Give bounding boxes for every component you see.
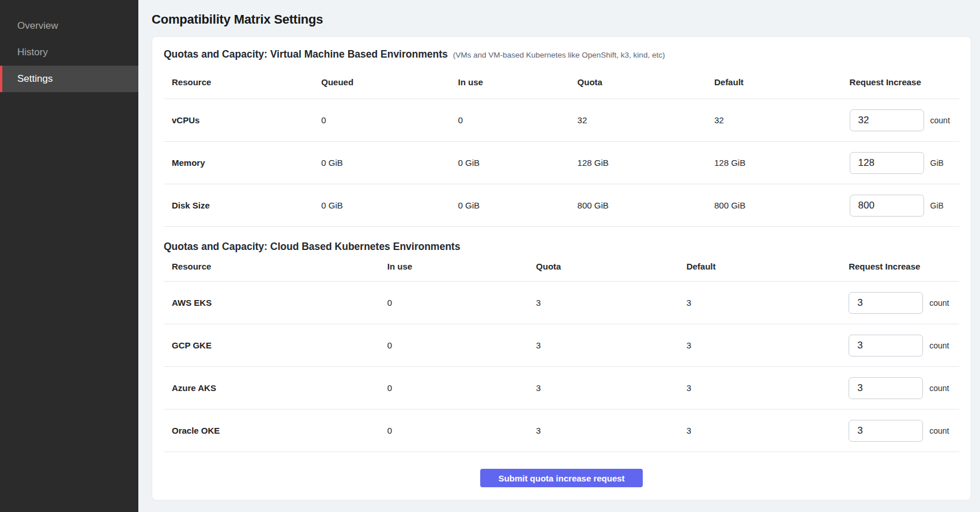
cell-default: 3 [687,282,849,324]
request-increase-cell: count [849,409,959,452]
column-header-request-increase: Request Increase [850,61,959,99]
cell-quota: 3 [536,282,687,324]
resource-name: vCPUs [164,99,321,142]
table-row-disk-size: Disk Size0 GiB0 GiB800 GiB800 GiBGiB [164,184,959,227]
cell-quota: 3 [536,324,687,367]
cell-quota: 3 [536,367,687,409]
page-title: Compatibility Matrix Settings [152,12,971,27]
section-cloud-kubernetes: Quotas and Capacity: Cloud Based Kuberne… [164,240,959,452]
section-header: Quotas and Capacity: Virtual Machine Bas… [164,47,959,61]
cell-queued: 0 GiB [321,184,458,227]
section-title: Quotas and Capacity: Virtual Machine Bas… [164,47,448,61]
cell-quota: 3 [536,409,687,452]
column-header-in-use: In use [387,253,536,282]
main-content: Compatibility Matrix Settings Quotas and… [138,12,980,500]
column-header-quota: Quota [536,253,687,282]
table-row-gcp-gke: GCP GKE033count [164,324,959,367]
cell-default: 32 [714,99,850,142]
column-header-quota: Quota [578,61,714,99]
cell-in-use: 0 [387,282,536,324]
request-increase-input-memory[interactable] [850,152,924,174]
table-header-row: ResourceIn useQuotaDefaultRequest Increa… [164,253,959,282]
table-header-row: ResourceQueuedIn useQuotaDefaultRequest … [164,61,959,99]
cell-quota: 800 GiB [578,184,714,227]
table-row-oracle-oke: Oracle OKE033count [164,409,959,452]
request-increase-group: GiB [850,195,959,217]
cell-in-use: 0 [458,99,578,142]
column-header-default: Default [687,253,849,282]
actions-bar: Submit quota increase request [164,452,959,487]
request-increase-group: count [849,292,959,314]
sidebar-item-settings[interactable]: Settings [0,66,138,92]
table-row-aws-eks: AWS EKS033count [164,282,959,324]
unit-label: count [929,426,949,435]
request-increase-input-vcpus[interactable] [850,109,924,131]
unit-label: GiB [930,158,944,168]
cell-default: 3 [687,367,849,409]
cell-default: 800 GiB [714,184,850,227]
settings-card: Quotas and Capacity: Virtual Machine Bas… [152,36,971,500]
request-increase-group: GiB [850,152,959,174]
column-header-request-increase: Request Increase [849,253,959,282]
column-header-resource: Resource [164,61,321,99]
cell-in-use: 0 GiB [458,142,578,184]
request-increase-cell: GiB [850,184,959,227]
unit-label: count [929,298,949,308]
resource-name: Memory [164,142,321,184]
section-header: Quotas and Capacity: Cloud Based Kuberne… [164,240,959,253]
unit-label: count [929,384,949,393]
sidebar-item-overview[interactable]: Overview [0,13,138,39]
request-increase-cell: count [850,99,959,142]
section-title: Quotas and Capacity: Cloud Based Kuberne… [164,240,460,253]
unit-label: count [930,116,950,125]
column-header-default: Default [714,61,850,99]
submit-quota-increase-button[interactable]: Submit quota increase request [480,469,642,487]
request-increase-group: count [849,335,959,356]
cell-in-use: 0 [387,367,536,409]
section-subtitle: (VMs and VM-based Kubernetes like OpenSh… [453,51,665,59]
request-increase-cell: count [849,324,959,367]
sidebar: OverviewHistorySettings [0,0,138,512]
cell-in-use: 0 GiB [458,184,578,227]
request-increase-input-gcp-gke[interactable] [849,335,923,356]
resource-name: AWS EKS [164,282,387,324]
column-header-resource: Resource [164,253,387,282]
cell-quota: 128 GiB [578,142,714,184]
vm-quota-table: ResourceQueuedIn useQuotaDefaultRequest … [164,61,959,227]
resource-name: Oracle OKE [164,409,387,452]
table-row-azure-aks: Azure AKS033count [164,367,959,409]
request-increase-cell: count [849,282,959,324]
cell-queued: 0 GiB [321,142,458,184]
resource-name: Disk Size [164,184,321,227]
column-header-in-use: In use [458,61,578,99]
cell-default: 3 [687,324,849,367]
request-increase-input-aws-eks[interactable] [849,292,923,314]
request-increase-group: count [850,109,959,131]
request-increase-cell: count [849,367,959,409]
resource-name: Azure AKS [164,367,387,409]
section-vm-environments: Quotas and Capacity: Virtual Machine Bas… [164,47,959,227]
table-row-memory: Memory0 GiB0 GiB128 GiB128 GiBGiB [164,142,959,184]
request-increase-group: count [849,377,959,399]
request-increase-input-disk-size[interactable] [850,195,924,217]
column-header-queued: Queued [321,61,458,99]
cell-in-use: 0 [387,409,536,452]
request-increase-cell: GiB [850,142,959,184]
cell-in-use: 0 [387,324,536,367]
unit-label: GiB [930,201,944,210]
cell-queued: 0 [321,99,458,142]
cell-default: 128 GiB [714,142,850,184]
sidebar-item-history[interactable]: History [0,39,138,66]
unit-label: count [929,341,949,350]
cloud-k8s-quota-table: ResourceIn useQuotaDefaultRequest Increa… [164,253,959,452]
request-increase-group: count [849,420,959,442]
resource-name: GCP GKE [164,324,387,367]
request-increase-input-azure-aks[interactable] [849,377,923,399]
cell-quota: 32 [578,99,714,142]
table-row-vcpus: vCPUs003232count [164,99,959,142]
cell-default: 3 [687,409,849,452]
request-increase-input-oracle-oke[interactable] [849,420,923,442]
